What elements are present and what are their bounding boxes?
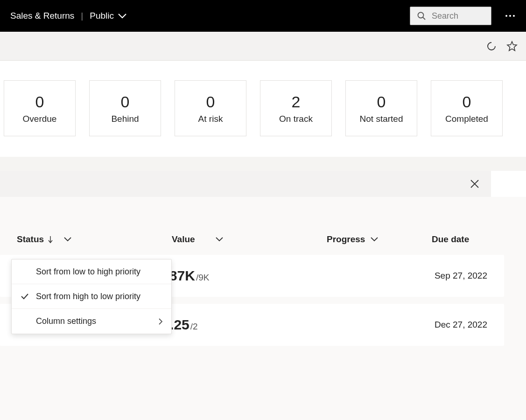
report-title: Sales & Returns (10, 11, 74, 21)
header-left: Sales & Returns | Public (10, 11, 127, 21)
option-label: Sort from low to high priority (36, 267, 140, 277)
table-headers: Status Value Progress Due date (0, 234, 526, 255)
stat-label: Not started (360, 114, 403, 124)
search-icon (417, 11, 426, 21)
column-header-status[interactable]: Status (17, 234, 172, 245)
close-icon[interactable] (470, 179, 480, 189)
chevron-down-icon (118, 13, 127, 19)
stat-card-behind[interactable]: 0 Behind (89, 80, 161, 136)
chevron-down-icon (63, 237, 72, 242)
chevron-down-icon (215, 237, 224, 242)
panel-header (0, 171, 491, 197)
stats-cards-row: 0 Overdue 0 Behind 0 At risk 2 On track … (0, 61, 526, 157)
svg-point-2 (505, 15, 507, 17)
chevron-right-icon (158, 318, 163, 325)
stat-value: 2 (292, 93, 301, 111)
column-label: Progress (327, 234, 365, 245)
stat-value: 0 (463, 93, 471, 111)
column-header-value[interactable]: Value (172, 234, 327, 245)
top-header: Sales & Returns | Public (0, 0, 526, 32)
cell-value: '.87K /9K (162, 268, 315, 284)
chevron-down-icon (370, 237, 379, 242)
value-target: /2 (190, 322, 198, 332)
stat-label: Completed (445, 114, 488, 124)
stat-label: Overdue (23, 114, 57, 124)
refresh-icon[interactable] (486, 41, 497, 52)
column-header-duedate[interactable]: Due date (432, 234, 502, 245)
value-target: /9K (196, 273, 210, 283)
cell-duedate: Dec 27, 2022 (418, 320, 487, 330)
toolbar (0, 32, 526, 61)
svg-line-1 (423, 17, 425, 20)
stat-card-overdue[interactable]: 0 Overdue (4, 80, 76, 136)
more-options-button[interactable] (505, 14, 516, 18)
column-label: Status (17, 234, 44, 245)
column-settings-option[interactable]: Column settings (12, 309, 171, 334)
stat-label: At risk (198, 114, 223, 124)
stat-value: 0 (206, 93, 215, 111)
stat-card-at-risk[interactable]: 0 At risk (175, 80, 246, 136)
stat-label: On track (279, 114, 313, 124)
stat-value: 0 (35, 93, 44, 111)
sort-high-to-low-option[interactable]: Sort from high to low priority (12, 284, 171, 309)
svg-point-3 (509, 15, 511, 17)
cell-duedate: Sep 27, 2022 (418, 271, 487, 281)
stat-value: 0 (121, 93, 130, 111)
stat-value: 0 (377, 93, 386, 111)
title-divider: | (81, 11, 83, 21)
option-label: Column settings (36, 316, 96, 326)
visibility-label: Public (90, 11, 114, 21)
sort-down-arrow-icon (48, 235, 53, 244)
column-label: Due date (432, 234, 469, 245)
header-right (410, 7, 516, 25)
visibility-dropdown[interactable]: Public (90, 11, 127, 21)
search-input[interactable] (432, 11, 484, 21)
cell-value: 1.25 /2 (162, 317, 315, 333)
search-box[interactable] (410, 7, 491, 25)
option-label: Sort from high to low priority (36, 292, 140, 301)
svg-point-4 (513, 15, 515, 17)
favorite-star-icon[interactable] (506, 41, 518, 52)
stat-card-not-started[interactable]: 0 Not started (345, 80, 417, 136)
stat-card-on-track[interactable]: 2 On track (260, 80, 332, 136)
section-separator (0, 157, 526, 171)
column-header-progress[interactable]: Progress (327, 234, 432, 245)
sort-low-to-high-option[interactable]: Sort from low to high priority (12, 259, 171, 284)
column-label: Value (172, 234, 195, 245)
status-sort-dropdown: Sort from low to high priority Sort from… (11, 259, 172, 334)
stat-card-completed[interactable]: 0 Completed (431, 80, 503, 136)
stat-label: Behind (111, 114, 139, 124)
svg-point-0 (418, 13, 424, 18)
checkmark-icon (20, 293, 29, 300)
